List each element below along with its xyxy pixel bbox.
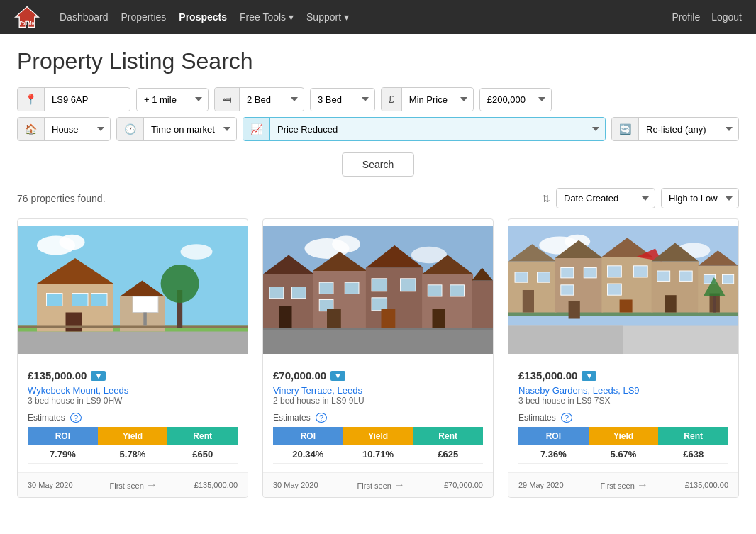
type-filter: 🏠 House Flat Bungalow Any xyxy=(17,117,111,141)
rent-header-1: Rent xyxy=(167,427,238,445)
svg-rect-78 xyxy=(657,271,670,281)
svg-rect-49 xyxy=(472,281,493,329)
radius-filter: + 1 mile + 0.5 mile + 2 miles + 5 miles xyxy=(136,88,209,111)
svg-rect-10 xyxy=(47,294,63,306)
svg-rect-84 xyxy=(723,274,734,284)
price-badge-2: ▼ xyxy=(330,371,345,381)
navbar: PaTMo Dashboard Properties Prospects Fre… xyxy=(0,0,756,34)
svg-rect-68 xyxy=(569,301,580,318)
svg-rect-46 xyxy=(428,285,442,296)
estimates-values-2: 20.34% 10.71% £625 xyxy=(273,445,483,464)
radius-select[interactable]: + 1 mile + 0.5 mile + 2 miles + 5 miles xyxy=(137,89,208,111)
svg-point-4 xyxy=(60,235,85,250)
rent-value-1: £650 xyxy=(167,445,238,464)
property-image-2 xyxy=(263,219,493,361)
roi-value-3: 7.36% xyxy=(518,445,589,464)
max-price-select[interactable]: £200,000 £150,000 £250,000 £300,000 Any xyxy=(480,89,551,111)
card-date-2: 30 May 2020 xyxy=(273,481,318,489)
search-btn-row: Search xyxy=(17,152,739,177)
svg-rect-72 xyxy=(633,266,647,277)
card-first-seen-1: First seen → xyxy=(77,479,190,491)
svg-point-18 xyxy=(161,265,199,303)
svg-rect-41 xyxy=(401,279,416,291)
currency-icon: £ xyxy=(382,88,402,111)
estimates-help-3[interactable]: ? xyxy=(561,413,572,423)
price-badge-3: ▼ xyxy=(582,371,596,381)
rent-header-3: Rent xyxy=(658,427,728,445)
footer-arrow-2: → xyxy=(394,479,405,491)
nav-profile[interactable]: Profile xyxy=(672,11,700,23)
svg-rect-48 xyxy=(433,309,445,328)
card-image-wrap-2 xyxy=(263,219,493,361)
min-bed-select[interactable]: 2 Bed 1 Bed 3 Bed 4 Bed Any xyxy=(240,89,304,111)
svg-rect-13 xyxy=(66,313,82,332)
svg-rect-11 xyxy=(72,294,89,306)
min-price-select[interactable]: Min Price £50,000 £100,000 £150,000 £200… xyxy=(402,89,473,111)
card-price-3: £135,000.00 ▼ xyxy=(518,369,728,382)
card-address-2[interactable]: Vinery Terrace, Leeds xyxy=(273,385,362,396)
relisted-select[interactable]: Re-listed (any) 1 day 7 days 30 days xyxy=(639,118,738,140)
sort-wrap: ⇅ Date Created Price Date Listed ROI Yie… xyxy=(542,188,739,208)
max-bed-select[interactable]: 3 Bed 2 Bed 4 Bed 5 Bed Any xyxy=(311,89,374,111)
time-select[interactable]: Time on market 1 day 3 days 7 days 14 da… xyxy=(144,118,236,140)
card-footer-3: 29 May 2020 First seen → £135,000.00 xyxy=(508,472,738,497)
location-input[interactable] xyxy=(45,89,130,111)
card-desc-1: 3 bed house in LS9 0HW xyxy=(28,396,238,406)
card-date-1: 30 May 2020 xyxy=(28,481,73,489)
footer-arrow-1: → xyxy=(146,479,157,491)
svg-rect-73 xyxy=(608,284,622,295)
max-bed-filter: 3 Bed 2 Bed 4 Bed 5 Bed Any xyxy=(310,88,375,111)
card-address-1[interactable]: Wykebeck Mount, Leeds xyxy=(28,385,128,396)
estimates-help-1[interactable]: ? xyxy=(70,413,82,423)
svg-rect-65 xyxy=(561,268,574,278)
property-image-1 xyxy=(18,219,248,361)
bed-icon: 🛏 xyxy=(215,88,240,111)
max-price-filter: £200,000 £150,000 £250,000 £300,000 Any xyxy=(479,88,552,111)
clock-icon: 🕐 xyxy=(117,118,144,140)
card-address-3[interactable]: Naseby Gardens, Leeds, LS9 xyxy=(518,385,640,396)
navbar-links: Dashboard Properties Prospects Free Tool… xyxy=(60,11,672,23)
svg-rect-25 xyxy=(263,328,493,354)
yield-header-2: Yield xyxy=(343,427,413,445)
svg-rect-37 xyxy=(327,309,341,328)
svg-rect-16 xyxy=(18,326,248,329)
card-first-seen-3: First seen → xyxy=(568,479,681,491)
listing-select[interactable]: Price Reduced Any New listing Re-listed xyxy=(270,118,605,140)
svg-rect-7 xyxy=(18,332,248,355)
estimates-help-2[interactable]: ? xyxy=(316,413,327,423)
roi-header-2: ROI xyxy=(273,427,343,445)
nav-properties[interactable]: Properties xyxy=(121,11,167,23)
yield-header-1: Yield xyxy=(98,427,168,445)
min-price-filter: £ Min Price £50,000 £100,000 £150,000 £2… xyxy=(381,87,474,111)
nav-prospects[interactable]: Prospects xyxy=(179,11,227,23)
results-bar: 76 properties found. ⇅ Date Created Pric… xyxy=(17,188,739,208)
search-button[interactable]: Search xyxy=(342,152,414,177)
card-body-3: £135,000.00 ▼ Naseby Gardens, Leeds, LS9… xyxy=(508,361,738,472)
yield-value-3: 5.67% xyxy=(589,445,659,464)
card-footer-price-2: £70,000.00 xyxy=(444,481,483,489)
svg-rect-12 xyxy=(91,294,108,306)
type-select[interactable]: House Flat Bungalow Any xyxy=(45,118,110,140)
svg-rect-35 xyxy=(345,282,359,294)
filter-row-1: 📍 + 1 mile + 0.5 mile + 2 miles + 5 mile… xyxy=(17,87,739,111)
nav-support[interactable]: Support ▾ xyxy=(306,11,349,23)
svg-rect-56 xyxy=(508,326,623,355)
min-bed-filter: 🛏 2 Bed 1 Bed 3 Bed 4 Bed Any xyxy=(214,87,304,111)
roi-header-3: ROI xyxy=(518,427,589,445)
svg-rect-42 xyxy=(372,298,387,311)
card-body-1: £135,000.00 ▼ Wykebeck Mount, Leeds 3 be… xyxy=(18,361,248,472)
svg-rect-47 xyxy=(450,285,465,296)
order-select[interactable]: High to Low Low to High xyxy=(661,188,739,208)
card-footer-price-1: £135,000.00 xyxy=(194,481,238,489)
nav-logout[interactable]: Logout xyxy=(711,11,742,23)
sort-select[interactable]: Date Created Price Date Listed ROI Yield xyxy=(556,188,655,208)
yield-header-3: Yield xyxy=(589,427,659,445)
svg-rect-80 xyxy=(665,295,677,312)
nav-dashboard[interactable]: Dashboard xyxy=(60,11,109,23)
svg-rect-43 xyxy=(382,309,396,328)
svg-rect-61 xyxy=(538,272,550,282)
card-desc-3: 3 bed house in LS9 7SX xyxy=(518,396,728,406)
logo[interactable]: PaTMo xyxy=(14,4,43,30)
svg-rect-44 xyxy=(422,274,473,329)
nav-free-tools[interactable]: Free Tools ▾ xyxy=(240,11,294,23)
